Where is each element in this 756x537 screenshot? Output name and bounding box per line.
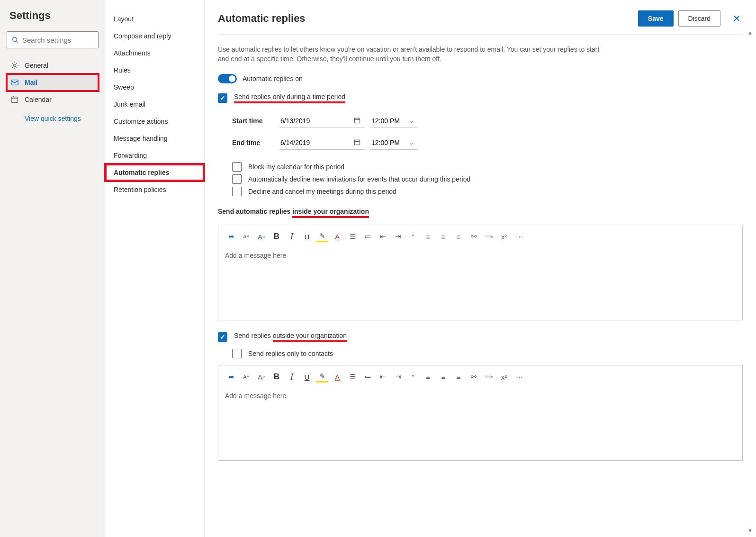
bold-icon[interactable]: B bbox=[270, 231, 283, 242]
nav-sweep[interactable]: Sweep bbox=[105, 79, 204, 96]
highlight-icon[interactable]: ✎ bbox=[316, 371, 328, 382]
svg-line-1 bbox=[17, 41, 18, 43]
nav-retention[interactable]: Retention policies bbox=[105, 181, 204, 198]
main-panel: Automatic replies Save Discard ✕ Use aut… bbox=[205, 0, 756, 537]
underline-icon[interactable]: U bbox=[301, 371, 313, 382]
scroll-down-icon[interactable]: ▾ bbox=[748, 527, 754, 532]
indent-icon[interactable]: ⇥ bbox=[392, 371, 404, 382]
font-color-icon[interactable]: A bbox=[331, 231, 343, 242]
align-center-icon[interactable]: ≡ bbox=[437, 371, 450, 382]
align-center-icon[interactable]: ≡ bbox=[437, 231, 450, 242]
paint-format-icon[interactable]: ➦ bbox=[225, 231, 237, 242]
nav-layout[interactable]: Layout bbox=[105, 10, 204, 27]
highlight-icon[interactable]: ✎ bbox=[316, 231, 328, 242]
outside-org-label: Send replies outside your organization bbox=[234, 332, 347, 342]
nav-customize-actions[interactable]: Customize actions bbox=[105, 113, 204, 130]
outside-org-editor: ➦ AA A◇ B I U ✎ A ☰ ≔ ⇤ ⇥ ” ≡ ≡ ≡ ⚯ ⚯x x… bbox=[218, 365, 743, 461]
view-quick-settings-link[interactable]: View quick settings bbox=[7, 108, 99, 122]
search-icon bbox=[12, 36, 18, 44]
chevron-down-icon[interactable]: ⌄ bbox=[409, 118, 414, 124]
nav-forwarding[interactable]: Forwarding bbox=[105, 147, 204, 164]
scrollbar[interactable]: ▴ ▾ bbox=[748, 28, 754, 532]
outside-org-checkbox[interactable] bbox=[218, 332, 227, 342]
contacts-only-label: Send replies only to contacts bbox=[248, 350, 333, 357]
gear-icon bbox=[10, 61, 19, 70]
outdent-icon[interactable]: ⇤ bbox=[377, 231, 389, 242]
category-label: General bbox=[25, 62, 48, 69]
chevron-down-icon[interactable]: ⌄ bbox=[409, 139, 414, 146]
link-icon[interactable]: ⚯ bbox=[468, 231, 480, 242]
save-button[interactable]: Save bbox=[638, 10, 674, 27]
search-settings[interactable] bbox=[7, 31, 99, 48]
superscript-icon[interactable]: x² bbox=[498, 371, 510, 382]
unlink-icon[interactable]: ⚯x bbox=[483, 371, 495, 382]
number-list-icon[interactable]: ≔ bbox=[361, 231, 374, 242]
category-label: Calendar bbox=[25, 96, 52, 103]
description-text: Use automatic replies to let others know… bbox=[218, 45, 606, 64]
scroll-up-icon[interactable]: ▴ bbox=[748, 28, 754, 34]
start-date-input[interactable] bbox=[279, 114, 365, 128]
time-period-inputs: Start time ⌄ End time ⌄ bbox=[232, 110, 743, 154]
superscript-icon[interactable]: x² bbox=[498, 231, 510, 242]
nav-compose[interactable]: Compose and reply bbox=[105, 27, 204, 45]
settings-title: Settings bbox=[7, 9, 99, 22]
quote-icon[interactable]: ” bbox=[407, 231, 419, 242]
underline-icon[interactable]: U bbox=[301, 231, 313, 242]
bullet-list-icon[interactable]: ☰ bbox=[346, 371, 359, 382]
paint-format-icon[interactable]: ➦ bbox=[225, 371, 237, 382]
search-input[interactable] bbox=[22, 36, 93, 44]
more-icon[interactable]: ⋯ bbox=[513, 371, 525, 382]
unlink-icon[interactable]: ⚯x bbox=[483, 231, 495, 242]
calendar-icon[interactable] bbox=[353, 117, 361, 126]
nav-message-handling[interactable]: Message handling bbox=[105, 130, 204, 147]
italic-icon[interactable]: I bbox=[286, 371, 298, 382]
svg-rect-8 bbox=[354, 118, 360, 123]
contacts-only-checkbox[interactable] bbox=[232, 349, 242, 358]
more-icon[interactable]: ⋯ bbox=[513, 231, 525, 242]
quote-icon[interactable]: ” bbox=[407, 371, 419, 382]
mail-settings-nav: Layout Compose and reply Attachments Rul… bbox=[105, 0, 205, 537]
align-left-icon[interactable]: ≡ bbox=[422, 371, 434, 382]
discard-button[interactable]: Discard bbox=[678, 10, 720, 27]
align-left-icon[interactable]: ≡ bbox=[422, 231, 434, 242]
font-family-icon[interactable]: AA bbox=[240, 371, 252, 382]
close-icon[interactable]: ✕ bbox=[731, 11, 743, 26]
nav-junk[interactable]: Junk email bbox=[105, 96, 204, 113]
outside-org-textarea[interactable]: Add a message here bbox=[225, 392, 736, 454]
nav-automatic-replies[interactable]: Automatic replies bbox=[105, 164, 204, 181]
calendar-icon[interactable] bbox=[353, 138, 361, 147]
font-family-icon[interactable]: AA bbox=[240, 231, 252, 242]
cancel-meetings-checkbox[interactable] bbox=[232, 187, 242, 196]
nav-attachments[interactable]: Attachments bbox=[105, 45, 204, 62]
time-period-label: Send replies only during a time period bbox=[234, 93, 345, 103]
cancel-meetings-label: Decline and cancel my meetings during th… bbox=[248, 188, 396, 195]
automatic-replies-toggle[interactable] bbox=[218, 74, 237, 83]
link-icon[interactable]: ⚯ bbox=[468, 371, 480, 382]
align-right-icon[interactable]: ≡ bbox=[452, 231, 465, 242]
mail-icon bbox=[10, 78, 19, 87]
page-title: Automatic replies bbox=[218, 12, 638, 25]
category-calendar[interactable]: Calendar bbox=[7, 91, 99, 108]
italic-icon[interactable]: I bbox=[286, 231, 298, 242]
number-list-icon[interactable]: ≔ bbox=[361, 371, 374, 382]
font-color-icon[interactable]: A bbox=[331, 371, 343, 382]
settings-sidebar: Settings General Mail Calendar View quic… bbox=[0, 0, 105, 537]
font-size-icon[interactable]: A◇ bbox=[255, 371, 268, 382]
inside-org-editor: ➦ AA A◇ B I U ✎ A ☰ ≔ ⇤ ⇥ ” ≡ ≡ ≡ ⚯ ⚯x x… bbox=[218, 225, 743, 320]
inside-org-textarea[interactable]: Add a message here bbox=[225, 252, 736, 313]
decline-invitations-checkbox[interactable] bbox=[232, 174, 242, 184]
indent-icon[interactable]: ⇥ bbox=[392, 231, 404, 242]
font-size-icon[interactable]: A◇ bbox=[255, 231, 268, 242]
outdent-icon[interactable]: ⇤ bbox=[377, 371, 389, 382]
bold-icon[interactable]: B bbox=[270, 371, 283, 382]
bullet-list-icon[interactable]: ☰ bbox=[346, 231, 359, 242]
block-calendar-checkbox[interactable] bbox=[232, 162, 242, 172]
category-mail[interactable]: Mail bbox=[7, 74, 99, 91]
end-date-input[interactable] bbox=[279, 136, 365, 150]
time-period-checkbox[interactable] bbox=[218, 93, 227, 103]
nav-rules[interactable]: Rules bbox=[105, 62, 204, 79]
category-general[interactable]: General bbox=[7, 57, 99, 74]
toggle-label: Automatic replies on bbox=[243, 75, 303, 82]
align-right-icon[interactable]: ≡ bbox=[452, 371, 465, 382]
panel-header: Automatic replies Save Discard ✕ bbox=[218, 10, 743, 35]
